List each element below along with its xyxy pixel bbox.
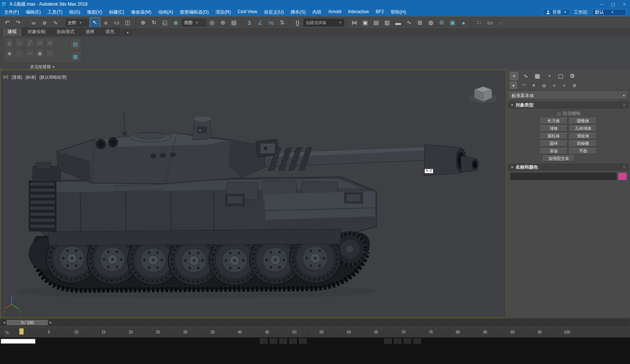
modifier-stack-icon[interactable]: ▤ [70,38,80,49]
select-and-move-icon[interactable]: ⊕ [138,17,148,28]
primitive-category-dropdown[interactable]: 标准基本体 ▼ [509,92,628,100]
systems-category-icon[interactable]: ⊚ [571,82,578,89]
tank-model[interactable] [0,70,506,318]
ring-select-icon[interactable]: ○ [25,49,34,58]
align-icon[interactable]: ▣ [360,17,371,28]
button-tube[interactable]: 管状体 [570,133,597,139]
perspective-viewport[interactable]: [+][透视][标准][默认明暗处理] [0,70,506,318]
angle-snap-icon[interactable]: ∠ [255,17,265,28]
select-and-manipulate-icon[interactable]: ⊛ [218,17,228,28]
viewcube[interactable] [467,80,499,104]
edit-named-selection-sets-icon[interactable]: {} [292,17,303,28]
keyboard-shortcut-override-icon[interactable]: ▤ [229,17,239,28]
cameras-category-icon[interactable]: ◎ [540,82,548,89]
menu-scripting[interactable]: 脚本(S) [287,8,309,16]
tab-selection[interactable]: 选择 [80,27,100,36]
mirror-icon[interactable]: ⋈ [349,17,360,28]
autogrid-checkbox[interactable] [556,111,560,116]
object-name-input[interactable] [510,173,616,180]
rectangular-selection-region-icon[interactable]: ▭ [111,17,122,28]
workspace-dropdown[interactable]: 默认 ▼ [592,9,626,16]
button-pyramid[interactable]: 四棱锥 [570,140,597,147]
layer-explorer-icon[interactable]: ▥ [382,17,392,28]
tab-object-paint[interactable]: 对象绘制 [22,27,51,36]
ribbon-toggle-icon[interactable]: ▬ [393,17,403,28]
hierarchy-tab-icon[interactable]: ▦ [533,72,542,80]
menu-civil-view[interactable]: Civil View [234,8,261,16]
preview-subobject-icon[interactable]: ◬ [5,38,14,47]
helpers-category-icon[interactable]: ⊹ [551,82,558,89]
maxscript-mini-listener[interactable] [1,339,35,344]
select-and-link-icon[interactable]: ∞ [28,17,39,28]
menu-content[interactable]: 内容 [309,8,325,16]
object-color-swatch[interactable] [618,173,627,180]
close-button[interactable]: × [619,0,630,8]
menu-customize[interactable]: 自定义(U) [261,8,287,16]
status-icon[interactable] [404,338,411,344]
unlink-selection-icon[interactable]: ⌀ [39,17,50,28]
shapes-category-icon[interactable]: ◠ [520,82,527,89]
status-icon[interactable] [289,338,297,344]
render-setup-icon[interactable]: ⚙ [436,17,447,28]
geometry-category-icon[interactable]: ● [510,82,517,89]
polygon-modeling-caption[interactable]: 多边形建模 ▼ [3,64,82,70]
track-bar[interactable]: ∿ 51015202530354045505560657075808590951… [0,327,630,337]
menu-rendering[interactable]: 渲染(R) [212,8,234,16]
next-frame-button[interactable]: ▶ [48,321,53,324]
menu-tools[interactable]: 工具(T) [44,8,66,16]
viewport-menu-standard[interactable]: [标准] [26,75,36,80]
time-slider-handle[interactable]: 0 / 100 [7,320,48,326]
menu-create[interactable]: 创建(C) [105,8,128,16]
maximize-button[interactable]: ▢ [607,0,619,8]
scene-explorer-icon[interactable]: ▤ [371,17,381,28]
previous-frame-button[interactable]: ◀ [2,321,7,324]
lights-category-icon[interactable]: ☀ [530,82,537,89]
create-tab-icon[interactable]: ＋ [510,72,518,80]
button-teapot[interactable]: 茶壶 [540,148,567,154]
bind-to-space-warp-icon[interactable]: ∿ [50,17,61,28]
edit-poly-mode-icon[interactable]: ▦ [70,51,80,62]
border-mode-icon[interactable]: ▱ [35,38,44,47]
spinner-snap-icon[interactable]: ⇅ [277,17,287,28]
shrink-selection-icon[interactable]: ▫ [46,49,55,58]
menu-interactive[interactable]: Interactive [345,8,372,16]
status-icon[interactable] [394,338,401,344]
polygon-mode-icon[interactable]: ◇ [46,38,55,47]
select-and-scale-icon[interactable]: ◱ [160,17,170,28]
status-icon[interactable] [413,338,421,344]
measure-ruler-icon[interactable]: ▭ [485,17,495,28]
tab-freeform[interactable]: 自由形式 [51,27,80,36]
space-warps-category-icon[interactable]: ≈ [561,82,568,89]
status-icon[interactable] [299,338,307,344]
tab-modeling[interactable]: 建模 [2,27,22,36]
menu-bf2[interactable]: BF2 [372,8,387,16]
render-production-icon[interactable]: ● [458,17,469,28]
button-text-plus[interactable]: 加强型文本 [543,155,575,162]
element-mode-icon[interactable]: ◆ [5,49,14,58]
status-icon[interactable] [384,338,392,344]
select-by-name-icon[interactable]: ≡ [101,17,111,28]
status-icon[interactable] [270,338,277,344]
button-torus[interactable]: 圆环 [540,140,567,147]
mini-curve-editor-icon[interactable]: ∿ [3,329,11,336]
grid-array-icon[interactable]: ∷ [474,17,484,28]
utilities-tab-icon[interactable]: ⚙ [568,72,577,80]
minimize-button[interactable]: ─ [596,0,607,8]
button-plane[interactable]: 平面 [570,148,597,154]
ribbon-overflow-button[interactable]: ▼ [124,30,131,36]
tab-populate[interactable]: 填充 [100,27,120,36]
window-crossing-icon[interactable]: ◫ [122,17,133,28]
percent-snap-icon[interactable]: % [266,17,276,28]
button-cylinder[interactable]: 圆柱体 [540,133,567,139]
vertex-mode-icon[interactable]: ∴ [15,38,24,47]
snap-toggle-3d-icon[interactable]: 3 [244,17,255,28]
viewport-menu-general[interactable]: [+] [3,75,8,80]
viewport-menu-shading[interactable]: [默认明暗处理] [40,75,67,80]
selection-loop-icon[interactable]: ◌ [496,17,506,28]
button-sphere[interactable]: 球体 [540,125,567,132]
object-type-rollout-header[interactable]: ▼ 对象类型 ∷ [508,102,628,108]
edge-mode-icon[interactable]: ╱ [25,38,34,47]
status-icon[interactable] [260,338,267,344]
use-pivot-point-center-icon[interactable]: ◎ [207,17,217,28]
menu-group[interactable]: 组(G) [66,8,84,16]
